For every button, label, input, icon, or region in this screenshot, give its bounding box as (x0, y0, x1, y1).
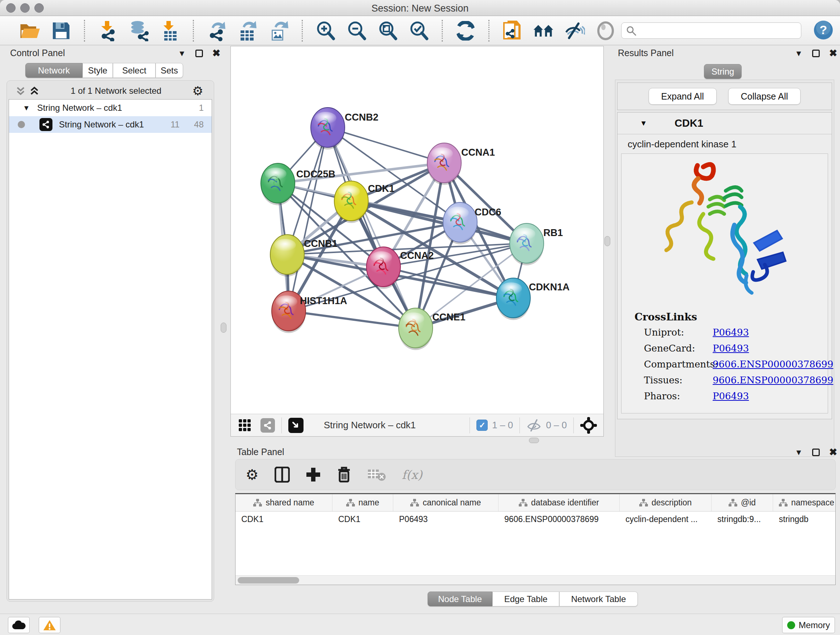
column-header-shared-name[interactable]: shared name (235, 494, 332, 511)
column-header-database-identifier[interactable]: database identifier (499, 494, 620, 511)
crosslink-link[interactable]: P06493 (713, 391, 749, 402)
column-header-at-id[interactable]: @id (712, 494, 773, 511)
crosslink-link[interactable]: 9606.ENSP00000378699 (713, 375, 833, 386)
show-hidden-button[interactable] (595, 20, 616, 41)
node-gloss (265, 168, 286, 180)
table-options-gear-icon[interactable]: ⚙ (246, 466, 259, 483)
column-header-description[interactable]: description (620, 494, 712, 511)
tab-sets[interactable]: Sets (156, 63, 183, 78)
birdseye-view-icon[interactable] (288, 418, 303, 433)
pan-crosshair-icon[interactable] (580, 417, 597, 434)
node-label-CCNA2: CCNA2 (400, 250, 434, 261)
crosslink-link[interactable]: P06493 (713, 343, 749, 354)
float-panel-icon[interactable] (812, 448, 820, 456)
show-neighbors-button[interactable] (533, 20, 554, 41)
node-CCNB1[interactable] (270, 234, 304, 277)
scrollbar-thumb[interactable] (238, 577, 299, 584)
help-button[interactable]: ? (813, 20, 833, 41)
delete-column-icon[interactable] (337, 466, 351, 483)
expand-all-button[interactable]: Expand All (649, 88, 717, 105)
open-session-button[interactable] (19, 20, 41, 41)
gene-details-box: ▼ CDK1 cyclin-dependent kinase 1 (617, 112, 832, 419)
edge-HIST1H1A-CCNE1[interactable] (289, 311, 416, 328)
crosslink-link[interactable]: P06493 (713, 327, 749, 338)
zoom-fit-button[interactable] (377, 20, 398, 41)
import-network-file-button[interactable] (97, 20, 118, 41)
column-header-label: namespace (791, 498, 834, 508)
tab-select[interactable]: Select (113, 63, 156, 78)
collapse-panel-icon[interactable]: ▼ (178, 50, 186, 57)
zoom-out-button[interactable] (346, 20, 367, 41)
horizontal-scrollbar[interactable] (235, 575, 835, 585)
float-panel-icon[interactable] (195, 50, 203, 57)
tab-style[interactable]: Style (82, 63, 113, 78)
collapse-panel-icon[interactable]: ▼ (795, 448, 803, 456)
close-panel-icon[interactable]: ✖ (829, 49, 837, 58)
apply-layout-button[interactable] (455, 20, 476, 41)
column-header-name[interactable]: name (332, 494, 393, 511)
tab-node-table[interactable]: Node Table (428, 592, 493, 606)
crosslink-label: Pharos: (644, 391, 713, 402)
node-CCNA2[interactable] (366, 247, 401, 289)
node-CCNA1[interactable] (427, 143, 461, 185)
export-table-button[interactable] (237, 20, 258, 41)
string-view-icon[interactable] (261, 418, 275, 432)
import-table-button[interactable] (159, 20, 180, 41)
node-CDC25B[interactable] (261, 163, 295, 205)
vertical-splitter-handle[interactable] (221, 323, 226, 333)
zoom-in-button[interactable] (315, 20, 336, 41)
collection-expand-icon[interactable]: ▼ (23, 104, 30, 112)
node-CCNB2[interactable] (311, 108, 345, 149)
memory-status-dot (787, 621, 795, 629)
import-network-database-button[interactable] (128, 20, 149, 41)
node-CDK1[interactable] (334, 181, 368, 223)
node-RB1[interactable] (510, 223, 544, 265)
node-CCNE1[interactable] (399, 308, 433, 350)
selected-nodes-checkbox[interactable]: ✓ (477, 420, 488, 431)
tab-edge-table[interactable]: Edge Table (493, 592, 559, 606)
edge-CCNB2-CCNA1[interactable] (328, 127, 444, 163)
save-session-button[interactable] (51, 20, 72, 41)
float-panel-icon[interactable] (812, 50, 820, 57)
node-CDC6[interactable] (443, 203, 477, 244)
network-collection-row[interactable]: ▼ String Network – cdk1 1 (9, 100, 212, 116)
tab-network-table[interactable]: Network Table (559, 592, 638, 606)
grid-view-icon[interactable] (238, 418, 252, 432)
node-gloss (403, 312, 424, 325)
vertical-splitter-handle[interactable] (605, 236, 610, 246)
network-row[interactable]: String Network – cdk1 11 48 (9, 116, 212, 133)
export-network-button[interactable] (206, 20, 227, 41)
tab-string[interactable]: String (704, 64, 742, 79)
warnings-button[interactable] (39, 617, 60, 633)
export-image-button[interactable] (268, 20, 289, 41)
collapse-all-networks-icon[interactable] (15, 86, 26, 96)
show-columns-icon[interactable] (275, 467, 290, 483)
node-CDKN1A[interactable] (496, 278, 531, 320)
column-header-namespace[interactable]: namespace (773, 494, 836, 511)
collapse-all-button[interactable]: Collapse All (728, 88, 801, 105)
toolbar-separator (488, 20, 489, 42)
column-type-icon (519, 499, 527, 507)
zoom-selected-button[interactable] (409, 20, 429, 41)
search-input[interactable] (621, 22, 801, 39)
tab-network[interactable]: Network (25, 63, 82, 78)
collapse-panel-icon[interactable]: ▼ (795, 50, 803, 57)
node-label-CDKN1A: CDKN1A (529, 282, 570, 293)
column-header-canonical-name[interactable]: canonical name (393, 494, 499, 511)
share-document-icon (502, 20, 522, 42)
table-row[interactable]: CDK1CDK1P064939606.ENSP00000378699cyclin… (235, 511, 835, 527)
close-panel-icon[interactable]: ✖ (829, 448, 837, 457)
hide-selected-button[interactable] (564, 20, 585, 41)
gene-expand-icon[interactable]: ▼ (640, 119, 647, 127)
create-column-icon[interactable] (306, 467, 321, 482)
close-panel-icon[interactable]: ✖ (212, 49, 221, 58)
network-options-gear-icon[interactable]: ⚙ (193, 84, 203, 98)
share-network-file-button[interactable] (502, 20, 523, 41)
crosslink-link[interactable]: 9606.ENSP00000378699 (713, 359, 833, 370)
cloud-button[interactable] (8, 617, 30, 633)
horizontal-splitter-handle[interactable] (529, 438, 539, 443)
gene-header-row[interactable]: ▼ CDK1 (617, 112, 832, 134)
expand-all-networks-icon[interactable] (29, 86, 40, 96)
network-canvas[interactable]: CCNB2CCNA1CDC25BCDK1CDC6RB1CCNB1CCNA2CDK… (231, 46, 603, 414)
memory-button[interactable]: Memory (782, 617, 835, 633)
